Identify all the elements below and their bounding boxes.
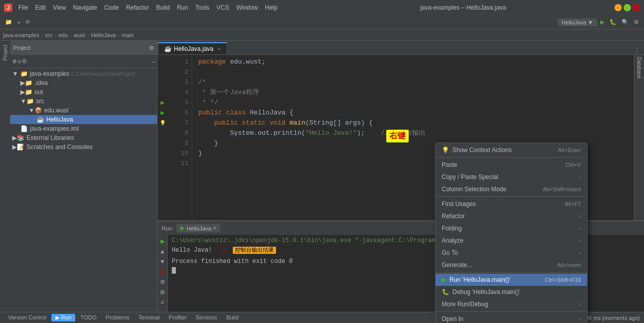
menu-window[interactable]: Window [233,3,261,12]
ctx-debug-icon: 🐛 [442,288,449,296]
window-title: java-examples – HelloJava.java [315,4,612,11]
status-tab-vc[interactable]: Version Control [4,314,50,321]
ctx-open-in[interactable]: Open In › [436,313,587,323]
tree-item-hellojava[interactable]: ☕ HelloJava [10,115,157,124]
menu-tools[interactable]: Tools [192,3,212,12]
status-tab-run[interactable]: ▶ Run [51,314,75,321]
toolbar-debug-btn[interactable]: 🐛 [607,18,619,26]
toolbar-sync-icon[interactable]: ⟳ [23,18,32,26]
maximize-button[interactable]: □ [624,4,631,11]
editor-settings-btn[interactable]: ⋮ [630,47,644,54]
menu-view[interactable]: View [50,3,69,12]
tree-item-out[interactable]: ▶ 📁 out [10,87,157,97]
ctx-copy-paste-special[interactable]: Copy / Paste Special › [436,171,587,183]
ctx-run-hellojava[interactable]: ▶ Run 'HelloJava.main()' Ctrl+Shift+F10 [436,274,587,286]
breadcrumb-item-3[interactable]: edu [58,32,68,38]
gutter-class-run[interactable]: ▶ [158,98,168,108]
tree-item-extlibs[interactable]: ▶ 📚 External Libraries [10,133,157,142]
status-tab-services[interactable]: Services [192,314,221,321]
edu-arrow: ▼ [28,107,35,114]
database-tab[interactable]: Database [635,55,643,81]
run-restart-btn[interactable]: ▶ [159,237,167,245]
minimize-button[interactable]: – [615,4,622,11]
tree-item-root[interactable]: ▼ 📁 java-examples C:\Users\wustzz\IdeaPr… [10,69,157,78]
ctx-folding-label: Folding [442,225,462,232]
status-tab-terminal[interactable]: Terminal [135,314,164,321]
editor-tab-label: HelloJava.java [174,45,213,52]
menu-vcs[interactable]: VCS [213,3,232,12]
ctx-refactor[interactable]: Refactor › [436,210,587,222]
toolbar-run-config[interactable]: HelloJava ▼ [558,18,597,26]
ctx-paste[interactable]: Paste Ctrl+V [436,159,587,171]
panel-toolbar-btn2[interactable]: ≡ [18,58,21,65]
panel-settings-icon[interactable]: ⚙ [149,45,154,51]
scratches-icon: 📝 [17,143,24,151]
toolbar-settings-btn[interactable]: ⚙ [632,18,641,26]
editor-tab-close[interactable]: × [218,46,221,52]
idea-arrow: ▶ [20,79,25,86]
menu-refactor[interactable]: Refactor [123,3,152,12]
menu-edit[interactable]: Edit [32,3,49,12]
ctx-generate[interactable]: Generate... Alt+Insert [436,259,587,271]
run-down-btn[interactable]: ▼ [159,257,167,266]
ctx-folding[interactable]: Folding › [436,222,587,234]
breadcrumb-item-2[interactable]: src [45,32,53,38]
editor-tab-hellojava[interactable]: ☕ HelloJava.java × [158,42,227,54]
panel-collapse-btn[interactable]: – [152,58,155,65]
toolbar-run-btn[interactable]: ▶ [598,18,606,26]
ctx-find-usages[interactable]: Find Usages Alt+F7 [436,198,587,210]
status-tab-build[interactable]: Build [222,314,242,321]
breadcrumb-item-4[interactable]: wust [74,32,85,38]
app-icon: J [4,4,12,12]
run-collapse-btn[interactable]: ≡ [159,298,167,306]
gutter-main-run[interactable]: ▶ [158,108,168,118]
toolbar-project-icon[interactable]: 📁 [3,18,14,26]
ctx-more-run-label: More Run/Debug [442,301,488,308]
run-filter-btn[interactable]: ⊞ [159,288,167,296]
run-active-tab[interactable]: ▶ HelloJava × [176,224,220,232]
ctx-debug-hellojava[interactable]: 🐛 Debug 'HelloJava.main()' [436,286,587,298]
idea-icon: 📁 [25,79,33,86]
menu-file[interactable]: File [15,3,31,12]
project-tree: ▼ 📁 java-examples C:\Users\wustzz\IdeaPr… [10,68,157,312]
ctx-column-selection[interactable]: Column Selection Mode Alt+Shift+Insert [436,183,587,195]
status-tab-todo[interactable]: TODO [76,314,101,321]
ctx-analyze[interactable]: Analyze › [436,234,587,247]
menu-navigate[interactable]: Navigate [70,3,100,12]
ctx-analyze-label: Analyze [442,237,464,244]
breadcrumb-item-1[interactable]: java-examples [3,32,39,38]
tree-item-scratches[interactable]: ▶ 📝 Scratches and Consoles [10,142,157,152]
tree-item-edu-wust[interactable]: ▼ 📦 edu.wust [10,106,157,115]
panel-toolbar-btn3[interactable]: ⚙ [22,58,27,65]
status-tab-problems[interactable]: Problems [102,314,133,321]
menu-build[interactable]: Build [153,3,173,12]
toolbar-search-btn[interactable]: 🔍 [620,18,631,26]
editor-tabs: ☕ HelloJava.java × ⋮ [158,41,644,55]
run-tab-close[interactable]: × [213,225,217,231]
panel-toolbar-btn1[interactable]: ⊕ [12,58,17,65]
ctx-refactor-label: Refactor [442,213,465,220]
run-settings-btn[interactable]: ⚙ [159,278,167,286]
sidebar-tab-project[interactable]: Project [2,43,9,63]
breadcrumb-item-5[interactable]: HelloJava [91,32,115,38]
tree-item-iml[interactable]: 📄 java-examples.iml [10,124,157,133]
menu-help[interactable]: Help [262,3,281,12]
status-tab-profiler[interactable]: Profiler [165,314,191,321]
right-sidebar: Database [634,55,644,220]
tree-item-idea[interactable]: ▶ 📁 .idea [10,78,157,87]
extlibs-arrow: ▶ [12,134,17,141]
root-folder-icon: 📁 [20,70,28,77]
breadcrumb-item-6[interactable]: main [121,32,134,38]
ctx-show-context-actions[interactable]: 💡 Show Context Actions Alt+Enter [436,144,587,156]
gutter-bulb[interactable]: 💡 [158,118,168,128]
toolbar-add-icon[interactable]: + [15,18,22,26]
ctx-more-run-debug[interactable]: More Run/Debug › [436,298,587,310]
close-button[interactable]: × [633,4,640,11]
menu-code[interactable]: Code [101,3,122,12]
run-stop-btn[interactable]: ■ [159,268,167,276]
menu-run[interactable]: Run [174,3,191,12]
ctx-goto[interactable]: Go To › [436,247,587,259]
tree-item-src[interactable]: ▼ 📁 src [10,97,157,106]
tree-root-path: C:\Users\wustzz\IdeaProject [71,71,135,77]
run-up-btn[interactable]: ▲ [159,247,167,255]
